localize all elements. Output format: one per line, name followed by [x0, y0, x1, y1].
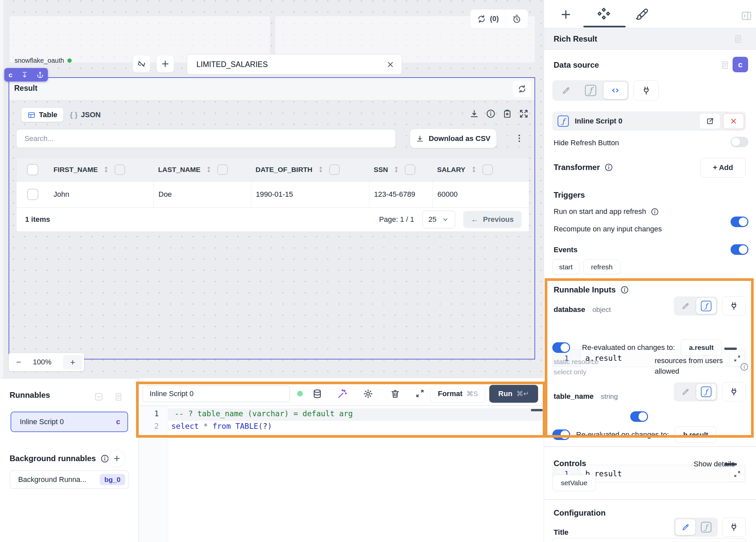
info-icon[interactable] — [486, 109, 496, 119]
unlink-button[interactable] — [133, 55, 150, 73]
mode-function[interactable]: ƒ — [579, 82, 602, 99]
move-down-icon[interactable] — [21, 71, 28, 78]
expand-editor-icon[interactable] — [415, 389, 425, 398]
event-chip-refresh[interactable]: refresh — [583, 259, 620, 275]
add-button[interactable] — [156, 55, 174, 73]
tab-table[interactable]: Table — [21, 108, 63, 122]
sort-icon[interactable] — [470, 166, 478, 173]
mode-static-pencil[interactable] — [675, 384, 695, 400]
tab-json[interactable]: { } JSON — [65, 108, 106, 122]
mode-function[interactable]: ƒ — [696, 519, 716, 535]
column-header-salary[interactable]: SALARY — [432, 158, 530, 181]
download-icon[interactable] — [469, 109, 479, 119]
column-header-first-name[interactable]: FIRST_NAME — [49, 158, 154, 181]
zoom-in-button[interactable]: + — [63, 355, 82, 369]
add-background-runnable-button[interactable] — [108, 450, 125, 467]
dep-chip-b-result[interactable]: b.result — [675, 426, 716, 443]
mode-static-pencil[interactable] — [675, 298, 695, 314]
settings-gear-icon[interactable] — [363, 389, 373, 399]
sort-icon[interactable] — [205, 166, 213, 173]
table-name-input[interactable]: LIMITED_SALARIES — [187, 54, 402, 75]
table-row[interactable]: John Doe 1990-01-15 123-45-6789 60000 — [16, 182, 529, 208]
datasource-plug-button[interactable] — [634, 80, 659, 101]
anchor-icon[interactable] — [37, 71, 44, 78]
copy-to-clipboard-icon[interactable] — [502, 109, 512, 119]
column-header-last-name[interactable]: LAST_NAME — [154, 158, 251, 181]
run-on-start-toggle[interactable] — [731, 217, 748, 227]
recompute-toggle[interactable] — [731, 244, 748, 255]
collapse-all-icon[interactable] — [94, 392, 104, 402]
sort-icon[interactable] — [102, 166, 110, 173]
database-plug-button[interactable] — [722, 296, 746, 316]
search-input[interactable]: Search... — [16, 129, 396, 148]
tablename-plug-button[interactable] — [722, 382, 746, 401]
result-refresh-button[interactable] — [513, 81, 531, 97]
history-button[interactable] — [506, 10, 528, 28]
column-checkbox[interactable] — [482, 164, 493, 175]
add-transformer-button[interactable]: + Add — [700, 158, 746, 178]
linked-script-row[interactable]: ƒ Inline Script 0 — [552, 112, 746, 131]
info-icon[interactable] — [651, 208, 659, 216]
info-icon[interactable] — [740, 362, 749, 371]
column-checkbox[interactable] — [405, 164, 415, 175]
runnable-item-background-0[interactable]: Background Runna... bg_0 — [10, 470, 129, 489]
page-size-select[interactable]: 25 — [422, 211, 455, 228]
setvalue-control-chip[interactable]: setValue — [552, 475, 596, 491]
download-csv-button[interactable]: Download as CSV — [410, 129, 497, 148]
code-line-1[interactable]: 1 -- ? table_name (varchar) = default ar… — [138, 409, 353, 418]
mode-function[interactable]: ƒ — [696, 298, 716, 314]
dep-chip-a-result[interactable]: a.result — [681, 339, 722, 356]
zoom-out-button[interactable]: − — [16, 357, 21, 367]
rich-result-widget[interactable]: Result Table { } JSON — [9, 77, 535, 359]
column-checkbox[interactable] — [329, 164, 340, 175]
clear-input-icon[interactable] — [386, 60, 395, 69]
mode-function[interactable]: ƒ — [696, 384, 716, 400]
info-icon[interactable] — [620, 286, 629, 294]
add-component-tab-icon[interactable] — [560, 9, 572, 20]
code-line-2[interactable]: 2select * from TABLE(?) — [138, 422, 272, 430]
script-name-input[interactable]: Inline Script 0 — [143, 386, 290, 402]
mode-code[interactable] — [603, 82, 627, 99]
fullscreen-icon[interactable] — [519, 109, 529, 119]
runnable-item-inline-script-0[interactable]: Inline Script 0 c — [11, 412, 128, 432]
components-tab-icon[interactable] — [597, 7, 611, 22]
ai-wand-icon[interactable] — [337, 389, 347, 399]
previous-page-button[interactable]: ← Previous — [463, 211, 522, 228]
docs-icon[interactable] — [114, 392, 123, 402]
datasource-icon[interactable] — [312, 389, 322, 399]
sort-icon[interactable] — [317, 166, 325, 173]
select-all-checkbox[interactable] — [27, 164, 38, 175]
docs-icon[interactable] — [720, 60, 730, 70]
kebab-menu-icon[interactable] — [514, 133, 524, 143]
column-header-date-of-birth[interactable]: DATE_OF_BIRTH — [251, 158, 369, 181]
column-header-ssn[interactable]: SSN — [369, 158, 432, 181]
format-button[interactable]: Format ⌘S — [430, 385, 485, 403]
app-canvas[interactable]: (0) snowflake_oauth c LIMITED_SALARIES — [3, 0, 544, 378]
database-reeval-toggle[interactable] — [552, 342, 570, 353]
editor-scrollbar[interactable] — [531, 409, 543, 411]
docs-icon[interactable] — [733, 34, 743, 44]
mode-static-pencil[interactable] — [554, 82, 578, 99]
resources-from-users-toggle[interactable] — [630, 411, 648, 422]
pencil-icon — [681, 302, 690, 310]
remove-script-button[interactable] — [723, 113, 744, 129]
expand-code-button[interactable] — [730, 466, 745, 482]
refresh-count-button[interactable]: (0) — [470, 10, 505, 28]
title-input-partial[interactable] — [552, 538, 746, 542]
hide-refresh-toggle[interactable] — [731, 137, 748, 147]
collapse-panel-icon[interactable] — [740, 10, 752, 22]
show-details-link[interactable]: Show details — [694, 460, 735, 468]
theme-brush-tab-icon[interactable] — [636, 8, 649, 21]
info-icon[interactable] — [604, 163, 613, 172]
column-checkbox[interactable] — [115, 164, 125, 175]
tablename-reeval-toggle[interactable] — [552, 429, 570, 440]
event-chip-start[interactable]: start — [552, 259, 579, 275]
mode-static-pencil[interactable] — [675, 519, 695, 535]
open-script-button[interactable] — [699, 113, 720, 129]
column-checkbox[interactable] — [217, 164, 228, 175]
row-checkbox[interactable] — [27, 189, 38, 200]
title-plug-button[interactable] — [722, 518, 746, 537]
delete-trash-icon[interactable] — [390, 389, 400, 399]
run-button[interactable]: Run ⌘↵ — [489, 385, 538, 403]
sort-icon[interactable] — [393, 166, 400, 173]
